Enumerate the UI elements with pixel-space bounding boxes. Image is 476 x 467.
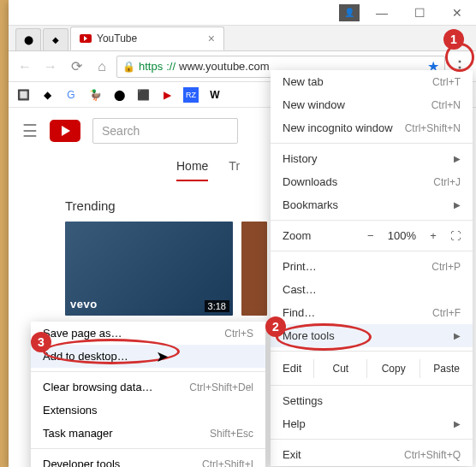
menu-exit[interactable]: ExitCtrl+Shift+Q bbox=[271, 443, 473, 466]
ext-icon-3[interactable]: G bbox=[63, 87, 79, 103]
submenu-task-manager[interactable]: Task managerShift+Esc bbox=[31, 422, 265, 445]
chevron-right-icon: ▶ bbox=[454, 331, 461, 340]
menu-edit-row: Edit Cut Copy Paste bbox=[271, 355, 473, 381]
maximize-button[interactable]: ☐ bbox=[401, 0, 438, 26]
ext-icon-4[interactable]: 🦆 bbox=[87, 87, 103, 103]
chevron-right-icon: ▶ bbox=[454, 419, 461, 429]
callout-3: 3 bbox=[31, 332, 51, 352]
video-thumbnail: vevo 3:18 bbox=[65, 222, 233, 316]
ext-icon-1[interactable]: 🔲 bbox=[15, 87, 31, 103]
menu-downloads[interactable]: DownloadsCtrl+J bbox=[271, 170, 473, 193]
pinned-tab-1[interactable]: ⬤ bbox=[15, 28, 41, 50]
tab-close-icon[interactable]: × bbox=[208, 32, 215, 45]
submenu-extensions[interactable]: Extensions bbox=[31, 399, 265, 422]
fullscreen-icon[interactable]: ⛶ bbox=[450, 230, 461, 242]
callout-2: 2 bbox=[265, 316, 286, 337]
url-scheme: https bbox=[139, 60, 163, 73]
vevo-badge: vevo bbox=[70, 298, 98, 310]
ext-icon-2[interactable]: ◆ bbox=[39, 87, 55, 103]
menu-separator bbox=[271, 220, 473, 221]
menu-settings[interactable]: Settings bbox=[271, 389, 473, 412]
chevron-right-icon: ▶ bbox=[454, 154, 461, 163]
tab-title: YouTube bbox=[97, 33, 137, 44]
back-button[interactable]: ← bbox=[14, 56, 36, 78]
video-thumbnail bbox=[241, 222, 267, 316]
tab-home[interactable]: Home bbox=[176, 159, 208, 181]
menu-bookmarks[interactable]: Bookmarks▶ bbox=[271, 193, 473, 216]
chevron-right-icon: ▶ bbox=[454, 200, 461, 210]
callout-1: 1 bbox=[443, 29, 464, 50]
url-host: www.youtube.com bbox=[179, 60, 270, 73]
pinned-tab-2[interactable]: ◆ bbox=[43, 28, 68, 50]
zoom-value: 100% bbox=[388, 229, 416, 242]
reload-button[interactable]: ⟳ bbox=[65, 56, 87, 78]
tab-trending[interactable]: Tr bbox=[229, 159, 240, 181]
menu-help[interactable]: Help▶ bbox=[271, 412, 473, 435]
forward-button[interactable]: → bbox=[39, 56, 62, 78]
menu-cast[interactable]: Cast… bbox=[271, 278, 473, 301]
tab-strip: ⬤ ◆ YouTube × bbox=[9, 26, 476, 51]
menu-print[interactable]: Print…Ctrl+P bbox=[271, 255, 473, 278]
minimize-button[interactable]: — bbox=[363, 0, 401, 26]
menu-history[interactable]: History▶ bbox=[271, 147, 473, 170]
home-button[interactable]: ⌂ bbox=[91, 56, 113, 78]
youtube-logo-icon[interactable] bbox=[50, 120, 80, 142]
close-window-button[interactable]: ✕ bbox=[438, 0, 476, 26]
menu-incognito[interactable]: New incognito windowCtrl+Shift+N bbox=[271, 116, 473, 139]
menu-paste[interactable]: Paste bbox=[419, 359, 473, 378]
menu-copy[interactable]: Copy bbox=[366, 359, 419, 378]
youtube-favicon-icon bbox=[80, 34, 92, 43]
menu-new-window[interactable]: New windowCtrl+N bbox=[271, 93, 473, 116]
menu-find[interactable]: Find…Ctrl+F bbox=[271, 301, 473, 324]
menu-separator bbox=[271, 385, 473, 386]
menu-new-tab[interactable]: New tabCtrl+T bbox=[271, 70, 473, 93]
submenu-dev-tools[interactable]: Developer toolsCtrl+Shift+I bbox=[31, 452, 265, 467]
menu-separator bbox=[271, 143, 473, 144]
ext-icon-7[interactable]: ▶ bbox=[159, 87, 175, 103]
ext-icon-5[interactable]: ⬤ bbox=[111, 87, 127, 103]
video-duration: 3:18 bbox=[205, 300, 229, 312]
menu-cut[interactable]: Cut bbox=[313, 359, 366, 378]
search-placeholder: Search bbox=[102, 124, 140, 138]
hamburger-icon[interactable]: ☰ bbox=[22, 121, 38, 141]
menu-separator bbox=[271, 351, 473, 352]
menu-separator bbox=[271, 251, 473, 251]
search-input[interactable]: Search bbox=[92, 118, 238, 144]
lock-icon: 🔒 bbox=[122, 61, 135, 73]
zoom-in-button[interactable]: + bbox=[425, 229, 442, 242]
chrome-main-menu: New tabCtrl+T New windowCtrl+N New incog… bbox=[271, 70, 473, 466]
ext-icon-6[interactable]: ⬛ bbox=[135, 87, 151, 103]
ext-icon-8[interactable]: RZ bbox=[183, 87, 199, 103]
menu-separator bbox=[271, 439, 473, 440]
profile-icon[interactable]: 👤 bbox=[339, 4, 360, 21]
tab-youtube[interactable]: YouTube × bbox=[70, 27, 224, 50]
submenu-clear-data[interactable]: Clear browsing data…Ctrl+Shift+Del bbox=[31, 375, 265, 399]
menu-zoom: Zoom − 100% + ⛶ bbox=[271, 224, 473, 247]
zoom-out-button[interactable]: − bbox=[362, 229, 379, 242]
menu-separator bbox=[31, 371, 265, 372]
ext-icon-9[interactable]: W bbox=[207, 87, 223, 103]
cursor-icon: ➤ bbox=[156, 347, 169, 366]
callout-ring-2 bbox=[276, 323, 372, 351]
menu-separator bbox=[31, 448, 265, 449]
